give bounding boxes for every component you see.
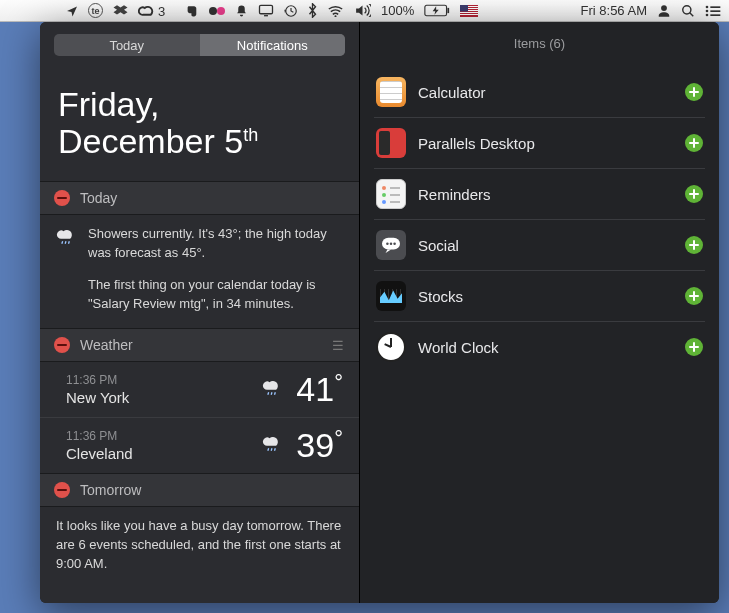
reminders-icon xyxy=(376,179,406,209)
tab-today[interactable]: Today xyxy=(54,34,200,56)
section-title-tomorrow: Tomorrow xyxy=(80,482,141,498)
spotlight-icon[interactable] xyxy=(681,4,695,18)
svg-rect-13 xyxy=(460,5,468,12)
svg-point-19 xyxy=(706,13,709,16)
weather-row[interactable]: 11:36 PM New York 41° xyxy=(40,362,359,417)
date-line1: Friday, xyxy=(58,86,341,123)
remove-today-button[interactable] xyxy=(54,190,70,206)
location-icon[interactable] xyxy=(66,5,78,17)
svg-rect-12 xyxy=(460,14,478,15)
section-title-weather: Weather xyxy=(80,337,133,353)
svg-rect-2 xyxy=(260,5,273,13)
tab-segmented-control: Today Notifications xyxy=(54,34,345,56)
notifications-bell-icon[interactable] xyxy=(235,4,248,18)
weather-time: 11:36 PM xyxy=(66,429,133,443)
parallels-icon xyxy=(376,128,406,158)
notification-center-panel: Today Notifications Friday, December 5th… xyxy=(40,22,719,603)
svg-rect-20 xyxy=(710,14,720,16)
items-header: Items (6) xyxy=(360,22,719,67)
svg-point-1 xyxy=(217,7,225,15)
svg-point-14 xyxy=(683,5,691,13)
weather-time: 11:36 PM xyxy=(66,373,129,387)
time-machine-icon[interactable] xyxy=(284,4,298,18)
date-header: Friday, December 5th xyxy=(40,62,359,181)
menubar-clock[interactable]: Fri 8:56 AM xyxy=(581,3,647,18)
creative-cloud-icon[interactable]: 3 xyxy=(138,5,156,17)
world-clock-icon xyxy=(376,332,406,362)
svg-rect-6 xyxy=(448,8,450,13)
widget-item-world-clock: World Clock xyxy=(374,322,705,372)
svg-point-23 xyxy=(390,242,393,245)
volume-icon[interactable] xyxy=(354,4,371,17)
item-label: Stocks xyxy=(418,288,673,305)
dropbox-icon[interactable] xyxy=(113,4,128,18)
date-line2: December 5 xyxy=(58,122,243,160)
reorder-icon[interactable]: ☰ xyxy=(332,338,345,353)
add-widget-button[interactable] xyxy=(685,287,703,305)
battery-percent: 100% xyxy=(381,3,414,18)
calculator-icon xyxy=(376,77,406,107)
flickr-icon[interactable] xyxy=(209,6,225,16)
weather-showers-icon xyxy=(262,378,282,402)
user-icon[interactable] xyxy=(657,4,671,18)
item-label: Calculator xyxy=(418,84,673,101)
item-label: Social xyxy=(418,237,673,254)
display-icon[interactable] xyxy=(258,4,274,17)
widget-item-parallels: Parallels Desktop xyxy=(374,118,705,169)
weather-city: Cleveland xyxy=(66,445,133,462)
item-label: Parallels Desktop xyxy=(418,135,673,152)
today-weather-text: Showers currently. It's 43°; the high to… xyxy=(88,225,343,263)
today-calendar-text: The first thing on your calendar today i… xyxy=(56,276,343,314)
add-widget-button[interactable] xyxy=(685,236,703,254)
battery-icon[interactable] xyxy=(424,4,450,17)
weather-row[interactable]: 11:36 PM Cleveland 39° xyxy=(40,417,359,473)
flag-icon[interactable] xyxy=(460,5,478,17)
widget-item-stocks: Stocks xyxy=(374,271,705,322)
weather-temp: 41° xyxy=(296,370,343,409)
section-header-today: Today xyxy=(40,181,359,215)
weather-showers-icon xyxy=(262,434,282,458)
svg-rect-18 xyxy=(710,10,720,12)
remove-weather-button[interactable] xyxy=(54,337,70,353)
today-summary-block: Showers currently. It's 43°; the high to… xyxy=(40,215,359,328)
svg-point-4 xyxy=(335,15,337,17)
menu-bar: te 3 100% Fri 8:56 AM xyxy=(0,0,729,22)
social-icon xyxy=(376,230,406,260)
svg-rect-11 xyxy=(460,12,478,13)
tab-notifications[interactable]: Notifications xyxy=(200,34,346,56)
svg-point-24 xyxy=(393,242,396,245)
add-widget-button[interactable] xyxy=(685,185,703,203)
svg-point-22 xyxy=(386,242,389,245)
menubar-list-icon[interactable] xyxy=(705,5,721,17)
items-list: Calculator Parallels Desktop Reminders S… xyxy=(360,67,719,372)
widget-item-social: Social xyxy=(374,220,705,271)
stocks-icon xyxy=(376,281,406,311)
tomorrow-summary-text: It looks like you have a busy day tomorr… xyxy=(40,507,359,588)
bluetooth-icon[interactable] xyxy=(308,3,317,18)
date-ordinal: th xyxy=(243,125,258,145)
svg-point-17 xyxy=(706,9,709,12)
widgets-pane: Items (6) Calculator Parallels Desktop R… xyxy=(360,22,719,603)
add-widget-button[interactable] xyxy=(685,134,703,152)
weather-list: 11:36 PM New York 41° 11:36 PM Cleveland… xyxy=(40,362,359,473)
wifi-icon[interactable] xyxy=(327,5,344,17)
te-icon[interactable]: te xyxy=(88,3,103,18)
weather-city: New York xyxy=(66,389,129,406)
add-widget-button[interactable] xyxy=(685,83,703,101)
weather-temp: 39° xyxy=(296,426,343,465)
svg-point-0 xyxy=(209,7,217,15)
section-title-today: Today xyxy=(80,190,117,206)
add-widget-button[interactable] xyxy=(685,338,703,356)
item-label: Reminders xyxy=(418,186,673,203)
widget-item-calculator: Calculator xyxy=(374,67,705,118)
section-header-tomorrow: Tomorrow xyxy=(40,473,359,507)
widget-item-reminders: Reminders xyxy=(374,169,705,220)
weather-showers-icon xyxy=(56,227,76,263)
remove-tomorrow-button[interactable] xyxy=(54,482,70,498)
creative-cloud-badge: 3 xyxy=(158,4,165,19)
section-header-weather: Weather ☰ xyxy=(40,328,359,362)
svg-point-15 xyxy=(706,5,709,8)
evernote-icon[interactable] xyxy=(186,4,199,18)
today-pane: Today Notifications Friday, December 5th… xyxy=(40,22,360,603)
item-label: World Clock xyxy=(418,339,673,356)
